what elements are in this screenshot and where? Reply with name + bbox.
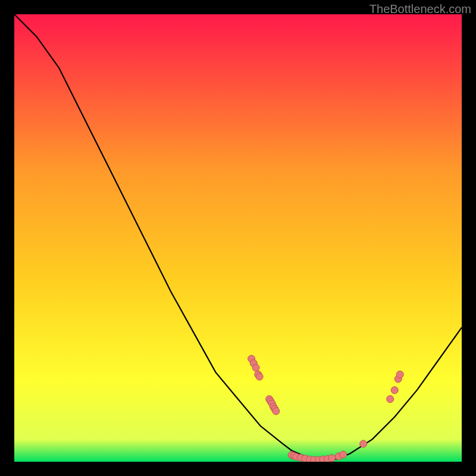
chart-container: TheBottleneck.com [0, 0, 476, 476]
data-point [360, 440, 367, 447]
data-point [387, 396, 394, 403]
chart-svg [14, 14, 462, 462]
data-point [252, 364, 259, 371]
plot-area [14, 14, 462, 462]
data-point [340, 451, 347, 458]
data-point [273, 408, 280, 415]
watermark-text: TheBottleneck.com [369, 2, 471, 16]
data-point [256, 373, 263, 380]
data-point [328, 455, 336, 462]
gradient-background [14, 14, 462, 462]
data-point [391, 387, 398, 394]
data-point [396, 371, 403, 378]
